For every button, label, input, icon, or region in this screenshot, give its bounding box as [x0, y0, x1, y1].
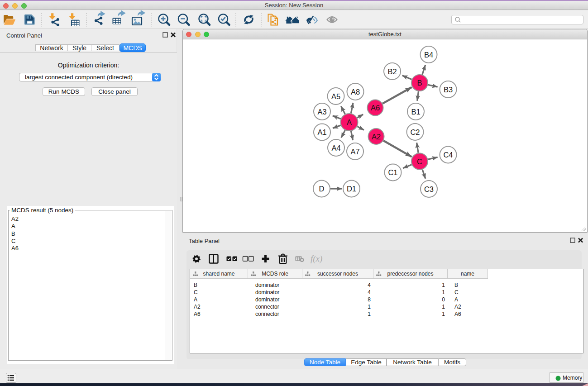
svg-text:A7: A7	[350, 148, 359, 156]
svg-text:A1: A1	[317, 128, 326, 136]
svg-text:A5: A5	[331, 92, 340, 100]
svg-text:A6: A6	[371, 104, 380, 112]
svg-text:C3: C3	[424, 185, 434, 193]
svg-text:C: C	[417, 157, 422, 166]
svg-text:B1: B1	[411, 108, 420, 116]
svg-text:D: D	[319, 185, 325, 193]
svg-text:A: A	[347, 118, 352, 126]
svg-text:C4: C4	[443, 151, 453, 159]
svg-text:B: B	[417, 79, 422, 87]
svg-text:A2: A2	[372, 133, 381, 141]
svg-text:A3: A3	[317, 108, 326, 116]
svg-text:B4: B4	[424, 51, 433, 59]
svg-text:C2: C2	[410, 128, 420, 136]
svg-text:B2: B2	[387, 67, 397, 76]
svg-text:C1: C1	[388, 168, 397, 176]
svg-text:D1: D1	[347, 185, 356, 193]
svg-text:B3: B3	[444, 86, 453, 94]
svg-text:A4: A4	[331, 144, 340, 152]
svg-text:A8: A8	[351, 88, 360, 96]
svg-text:f(x): f(x)	[311, 254, 322, 264]
